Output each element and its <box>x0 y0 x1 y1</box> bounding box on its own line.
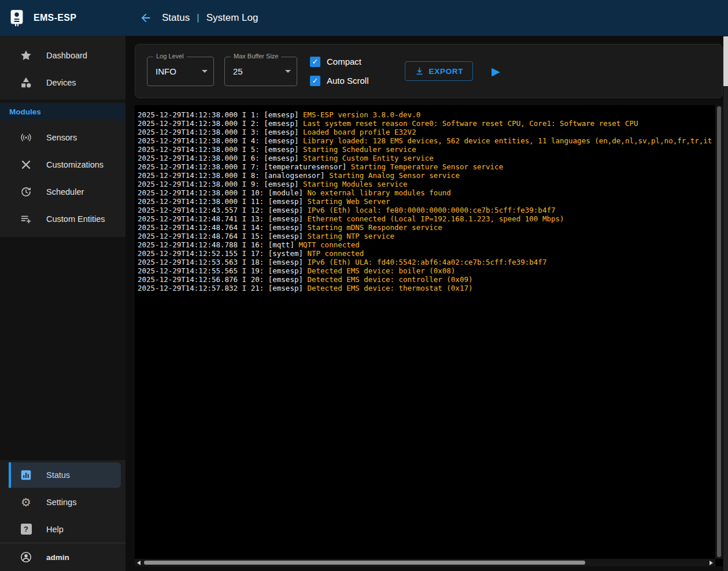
sidebar-item-label: Status <box>46 470 70 480</box>
check-icon: ✓ <box>312 57 319 66</box>
sidebar-item-scheduler[interactable]: Scheduler <box>0 178 125 205</box>
log-line: 2025-12-29T14:12:48.764 I 15: [emsesp] S… <box>138 232 714 240</box>
play-icon: ▶ <box>492 65 500 77</box>
log-level-select[interactable]: Log Level INFO <box>147 57 214 86</box>
play-button[interactable]: ▶ <box>492 66 500 77</box>
log-line: 2025-12-29T14:12:38.000 I 2: [emsesp] La… <box>138 119 714 128</box>
log-line: 2025-12-29T14:12:55.565 I 19: [emsesp] D… <box>138 266 714 275</box>
sidebar-user-admin[interactable]: admin <box>0 543 125 571</box>
log-line: 2025-12-29T14:12:38.000 I 9: [emsesp] St… <box>138 180 714 188</box>
sidebar-item-sensors[interactable]: Sensors <box>0 124 125 151</box>
max-buffer-select[interactable]: Max Buffer Size 25 <box>224 57 297 86</box>
sidebar-item-dashboard[interactable]: Dashboard <box>0 42 125 69</box>
log-line: 2025-12-29T14:12:57.832 I 21: [emsesp] D… <box>138 284 714 292</box>
log-lines: 2025-12-29T14:12:38.000 I 1: [emsesp] EM… <box>138 110 714 557</box>
account-circle-icon <box>20 551 32 563</box>
sidebar-item-label: Dashboard <box>46 51 87 60</box>
sidebar-item-label: Custom Entities <box>46 214 105 224</box>
log-controls-card: Log Level INFO Max Buffer Size 25 ✓ Comp… <box>135 44 723 98</box>
log-line: 2025-12-29T14:12:38.000 I 10: [module] N… <box>138 188 714 197</box>
horizontal-scrollbar-thumb[interactable] <box>144 561 585 565</box>
sidebar-nav-bottom: Status ⚙ Settings ? Help <box>0 460 125 571</box>
compact-checkbox[interactable]: ✓ Compact <box>310 57 369 67</box>
log-level-value: INFO <box>156 66 176 76</box>
console-horizontal-scrollbar[interactable] <box>135 559 715 566</box>
log-line: 2025-12-29T14:12:52.155 I 17: [system] N… <box>138 249 714 258</box>
vertical-scrollbar-thumb[interactable] <box>717 106 721 557</box>
checkbox-box-icon: ✓ <box>310 57 320 67</box>
sidebar-spacer <box>0 237 125 460</box>
page-scrollbar-thumb[interactable] <box>723 36 728 86</box>
page-title-separator: | <box>197 12 199 24</box>
caret-down-icon <box>202 70 208 73</box>
log-line: 2025-12-29T14:12:48.788 I 16: [mqtt] MQT… <box>138 240 714 249</box>
export-button[interactable]: EXPORT <box>405 61 474 81</box>
sidebar-item-customizations[interactable]: Customizations <box>0 151 125 178</box>
app-window: EMS-ESP Dashboard Devices Modules <box>0 0 728 571</box>
update-clock-icon <box>20 186 32 198</box>
log-line: 2025-12-29T14:12:53.563 I 18: [emsesp] I… <box>138 258 714 266</box>
autoscroll-checkbox[interactable]: ✓ Auto Scroll <box>310 76 369 86</box>
main-content: Log Level INFO Max Buffer Size 25 ✓ Comp… <box>125 36 728 571</box>
modules-section-header: Modules <box>0 103 125 120</box>
sidebar-item-status[interactable]: Status <box>9 462 121 488</box>
category-icon <box>20 76 32 89</box>
page-title-primary: Status <box>162 12 190 24</box>
checkbox-group: ✓ Compact ✓ Auto Scroll <box>310 57 369 86</box>
question-mark-glyph: ? <box>21 524 32 535</box>
page-title-secondary: System Log <box>206 12 258 24</box>
scroll-right-arrow-icon[interactable] <box>707 561 715 565</box>
construction-tools-icon <box>20 158 32 171</box>
page-scrollbar[interactable] <box>723 36 728 571</box>
log-line: 2025-12-29T14:12:48.764 I 14: [emsesp] S… <box>138 223 714 232</box>
help-icon: ? <box>20 523 32 536</box>
log-line: 2025-12-29T14:12:43.557 I 12: [emsesp] I… <box>138 206 714 214</box>
log-line: 2025-12-29T14:12:38.000 I 8: [analogsens… <box>138 171 714 180</box>
sidebar-nav-modules: Sensors Customizations <box>0 120 125 237</box>
compact-checkbox-label: Compact <box>327 57 361 66</box>
sidebar-nav-top: Dashboard Devices <box>0 36 125 99</box>
sidebar-item-label: Settings <box>46 498 76 507</box>
main-column: Status | System Log Log Level INFO Max B… <box>125 0 728 571</box>
playlist-add-icon <box>20 213 32 225</box>
sidebar-item-settings[interactable]: ⚙ Settings <box>0 488 125 516</box>
checkbox-box-icon: ✓ <box>310 76 320 86</box>
log-line: 2025-12-29T14:12:38.000 I 7: [temperatur… <box>138 162 714 171</box>
log-line: 2025-12-29T14:12:38.000 I 4: [emsesp] Li… <box>138 136 714 145</box>
antenna-icon <box>20 131 32 144</box>
log-line: 2025-12-29T14:12:38.000 I 6: [emsesp] St… <box>138 154 714 162</box>
sidebar-item-label: Scheduler <box>46 187 84 196</box>
log-line: 2025-12-29T14:12:48.741 I 13: [emsesp] E… <box>138 214 714 223</box>
console-vertical-scrollbar[interactable] <box>715 105 723 559</box>
autoscroll-checkbox-label: Auto Scroll <box>327 76 369 86</box>
modules-section-label: Modules <box>9 107 41 116</box>
arrow-back-icon <box>139 12 152 24</box>
sidebar-item-label: Customizations <box>46 160 104 169</box>
sidebar-item-devices[interactable]: Devices <box>0 69 125 96</box>
export-button-label: EXPORT <box>429 67 464 76</box>
sidebar-item-help[interactable]: ? Help <box>0 516 125 543</box>
log-line: 2025-12-29T14:12:38.000 I 1: [emsesp] EM… <box>138 110 714 119</box>
max-buffer-label: Max Buffer Size <box>231 53 281 60</box>
check-icon: ✓ <box>312 76 319 85</box>
gear-glyph: ⚙ <box>21 496 31 508</box>
log-line: 2025-12-29T14:12:38.000 I 11: [emsesp] S… <box>138 197 714 206</box>
log-line: 2025-12-29T14:12:56.876 I 20: [emsesp] D… <box>138 275 714 284</box>
user-label: admin <box>46 553 69 562</box>
log-line: 2025-12-29T14:12:38.000 I 3: [emsesp] Lo… <box>138 128 714 136</box>
sidebar-item-label: Sensors <box>46 133 77 142</box>
ems-esp-logo-icon <box>8 9 25 27</box>
log-level-label: Log Level <box>153 53 187 60</box>
caret-down-icon <box>285 70 291 73</box>
sidebar-logo-header: EMS-ESP <box>0 0 125 36</box>
log-console: 2025-12-29T14:12:38.000 I 1: [emsesp] EM… <box>135 105 723 566</box>
scroll-left-arrow-icon[interactable] <box>135 561 143 565</box>
download-icon <box>415 66 424 76</box>
max-buffer-value: 25 <box>233 66 243 76</box>
back-button[interactable] <box>139 11 153 25</box>
analytics-icon <box>20 469 32 481</box>
sidebar-item-custom-entities[interactable]: Custom Entities <box>0 205 125 232</box>
top-app-bar: Status | System Log <box>125 0 728 36</box>
sidebar: EMS-ESP Dashboard Devices Modules <box>0 0 125 571</box>
star-icon <box>20 49 32 62</box>
